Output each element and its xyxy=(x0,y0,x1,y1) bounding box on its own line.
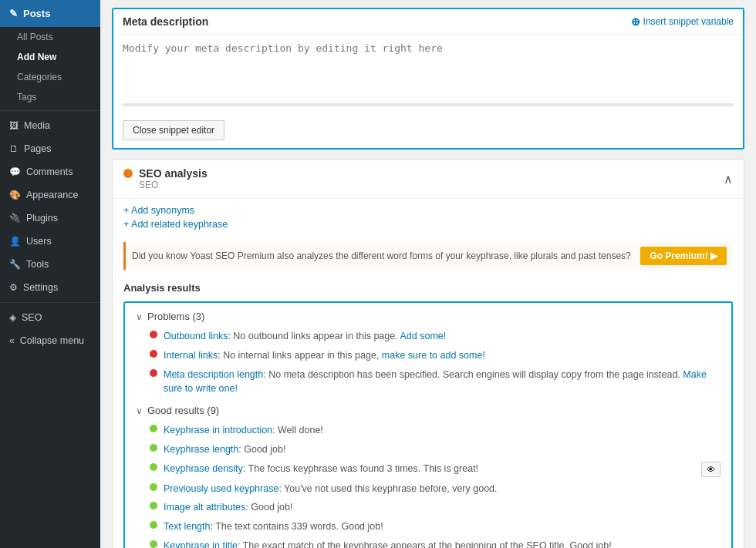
analysis-results-container: Analysis results ∨ Problems (3) Outbound… xyxy=(113,276,744,548)
good-results-section: ∨ Good results (9) Keyphrase in introduc… xyxy=(136,405,721,548)
problems-header-label: Problems (3) xyxy=(147,311,204,322)
good-text-length-text: Text length: The text contains 339 words… xyxy=(164,519,721,534)
add-synonyms-link[interactable]: + Add synonyms xyxy=(123,205,733,216)
keyphrase-length-link[interactable]: Keyphrase length xyxy=(164,444,238,455)
green-dot-icon-4 xyxy=(150,483,157,491)
seo-label: SEO xyxy=(22,312,42,323)
red-dot-icon-2 xyxy=(150,350,157,358)
good-keyphrase-length-text: Keyphrase length: Good job! xyxy=(164,442,721,457)
collapse-icon: « xyxy=(9,335,15,346)
good-text-length: Text length: The text contains 339 words… xyxy=(136,517,721,536)
sidebar-item-tools[interactable]: 🔧 Tools xyxy=(0,253,100,276)
problem-internal-text: Internal links: No internal links appear… xyxy=(164,348,721,363)
appearance-icon: 🎨 xyxy=(9,190,21,200)
sidebar-item-add-new[interactable]: Add New xyxy=(0,47,100,67)
good-keyphrase-intro: Keyphrase in introduction: Well done! xyxy=(136,421,721,440)
progress-track xyxy=(123,103,734,106)
sidebar: ✎ Posts All Posts Add New Categories Tag… xyxy=(0,0,100,548)
insert-snippet-button[interactable]: ⊕ Insert snippet variable xyxy=(631,15,734,28)
good-keyphrase-density: Keyphrase density: The focus keyphrase w… xyxy=(136,459,721,479)
go-premium-button[interactable]: Go Premium! ▶ xyxy=(640,247,727,265)
problems-section: ∨ Problems (3) Outbound links: No outbou… xyxy=(136,311,721,398)
close-snippet-button[interactable]: Close snippet editor xyxy=(123,120,224,140)
add-keyphrase-link[interactable]: + Add related keyphrase xyxy=(123,219,733,230)
sidebar-item-collapse[interactable]: « Collapse menu xyxy=(0,329,100,352)
plugins-icon: 🔌 xyxy=(9,213,21,224)
chevron-up-icon[interactable]: ∧ xyxy=(724,172,733,187)
premium-notice-text: Did you know Yoast SEO Premium also anal… xyxy=(132,250,631,261)
good-image-alt: Image alt attributes: Good job! xyxy=(136,498,721,517)
sidebar-item-pages[interactable]: 🗋 Pages xyxy=(0,137,100,160)
plugins-label: Plugins xyxy=(26,213,58,224)
good-previously-used-text: Previously used keyphrase: You've not us… xyxy=(164,482,721,496)
sidebar-header[interactable]: ✎ Posts xyxy=(0,0,100,27)
sidebar-item-tags[interactable]: Tags xyxy=(0,87,100,107)
seo-icon: ◈ xyxy=(9,312,16,323)
progress-bar-row xyxy=(113,99,743,114)
meta-description-length-link[interactable]: Meta description length xyxy=(164,369,263,380)
outbound-links-link[interactable]: Outbound links xyxy=(164,331,228,341)
problems-chevron-icon: ∨ xyxy=(136,311,143,322)
sidebar-item-comments[interactable]: 💬 Comments xyxy=(0,160,100,183)
text-length-link[interactable]: Text length xyxy=(164,521,210,532)
close-snippet-row: Close snippet editor xyxy=(113,114,743,148)
seo-title-row: SEO analysis xyxy=(123,167,208,180)
green-dot-icon-3 xyxy=(150,463,157,471)
tools-icon: 🔧 xyxy=(9,259,21,270)
collapse-label: Collapse menu xyxy=(20,335,84,346)
sidebar-item-plugins[interactable]: 🔌 Plugins xyxy=(0,207,100,230)
red-dot-icon xyxy=(150,331,157,338)
meta-description-title: Meta description xyxy=(123,15,208,28)
green-dot-icon-5 xyxy=(150,502,157,509)
good-results-header-label: Good results (9) xyxy=(147,405,219,416)
users-label: Users xyxy=(26,236,52,247)
insert-snippet-label: Insert snippet variable xyxy=(643,16,734,27)
previously-used-link[interactable]: Previously used keyphrase xyxy=(164,483,278,494)
sidebar-item-settings[interactable]: ⚙ Settings xyxy=(0,276,100,299)
good-results-chevron-icon: ∨ xyxy=(136,405,143,416)
good-image-alt-text: Image alt attributes: Good job! xyxy=(164,500,721,515)
pages-icon: 🗋 xyxy=(9,143,19,154)
sidebar-item-media[interactable]: 🖼 Media xyxy=(0,114,100,137)
appearance-label: Appearance xyxy=(26,190,78,200)
keyphrase-title-link[interactable]: Keyphrase in title xyxy=(164,540,238,548)
good-keyphrase-density-text: Keyphrase density: The focus keyphrase w… xyxy=(164,462,695,476)
sidebar-item-categories[interactable]: Categories xyxy=(0,67,100,87)
make-sure-add-link[interactable]: make sure to add some! xyxy=(382,350,485,361)
seo-sub-label: SEO xyxy=(123,180,208,190)
eye-icon: 👁 xyxy=(707,465,715,474)
sidebar-item-appearance[interactable]: 🎨 Appearance xyxy=(0,183,100,207)
settings-icon: ⚙ xyxy=(9,282,18,293)
good-results-collapse-header[interactable]: ∨ Good results (9) xyxy=(136,405,721,416)
posts-icon: ✎ xyxy=(9,8,18,19)
analysis-results: ∨ Problems (3) Outbound links: No outbou… xyxy=(123,301,733,548)
keyphrase-density-link[interactable]: Keyphrase density xyxy=(164,463,243,474)
sidebar-item-users[interactable]: 👤 Users xyxy=(0,230,100,253)
seo-title-area: SEO analysis SEO xyxy=(123,167,208,190)
sidebar-header-label: Posts xyxy=(23,8,50,19)
eye-button[interactable]: 👁 xyxy=(701,462,721,477)
green-dot-icon-7 xyxy=(150,540,157,548)
image-alt-link[interactable]: Image alt attributes xyxy=(164,502,245,513)
problem-meta-description: Meta description length: No meta descrip… xyxy=(136,365,721,399)
synonyms-row: + Add synonyms + Add related keyphrase xyxy=(113,199,744,236)
seo-section-header: SEO analysis SEO ∧ xyxy=(113,160,744,199)
good-keyphrase-title-text: Keyphrase in title: The exact match of t… xyxy=(164,539,721,548)
users-icon: 👤 xyxy=(9,236,21,247)
internal-links-link[interactable]: Internal links xyxy=(164,350,218,361)
green-dot-icon-1 xyxy=(150,425,157,432)
meta-box-header: Meta description ⊕ Insert snippet variab… xyxy=(113,9,743,35)
meta-description-textarea[interactable] xyxy=(113,35,743,96)
sidebar-item-seo[interactable]: ◈ SEO xyxy=(0,306,100,329)
add-some-link[interactable]: Add some! xyxy=(400,331,446,341)
problems-collapse-header[interactable]: ∨ Problems (3) xyxy=(136,311,721,322)
keyphrase-introduction-link[interactable]: Keyphrase in introduction xyxy=(164,425,272,435)
good-keyphrase-intro-text: Keyphrase in introduction: Well done! xyxy=(164,423,721,438)
sidebar-item-all-posts[interactable]: All Posts xyxy=(0,27,100,47)
problem-outbound-text: Outbound links: No outbound links appear… xyxy=(164,329,721,344)
analysis-results-title: Analysis results xyxy=(123,282,733,294)
problem-outbound-links: Outbound links: No outbound links appear… xyxy=(136,327,721,346)
seo-status-dot-orange xyxy=(123,169,133,178)
comments-icon: 💬 xyxy=(9,166,21,177)
good-keyphrase-length: Keyphrase length: Good job! xyxy=(136,440,721,459)
